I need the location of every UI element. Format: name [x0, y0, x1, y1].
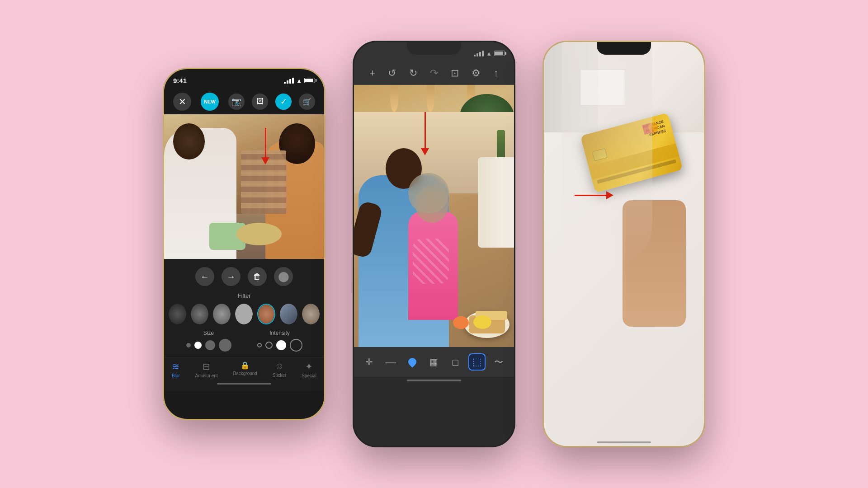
- bottom-tabs: ≋ Blur ⊟ Adjustment 🔒 Background ☺ Stick…: [164, 357, 324, 380]
- sticker-icon: ☺: [275, 361, 284, 371]
- eraser-tool[interactable]: ◻: [447, 353, 464, 371]
- special-icon: ✦: [305, 361, 313, 372]
- intensity-dot-3[interactable]: [276, 340, 286, 350]
- blur-icon: ≋: [172, 361, 179, 372]
- phone-2: ▲ + ↺ ↻ ↷ ⊡ ⚙ ↑: [353, 41, 515, 447]
- tab-adjustment[interactable]: ⊟ Adjustment: [195, 361, 218, 378]
- filter-4[interactable]: [235, 304, 253, 324]
- intensity-dot-1[interactable]: [257, 343, 262, 347]
- home-bar-1: [217, 383, 271, 385]
- photo-area-2: [354, 85, 514, 347]
- tab-special[interactable]: ✦ Special: [302, 361, 316, 378]
- droplet-tool[interactable]: [404, 353, 421, 371]
- new-button[interactable]: NEW: [201, 93, 219, 111]
- tab-blur-label: Blur: [172, 373, 180, 378]
- notch-1: [217, 69, 271, 82]
- red-arrow-1: [261, 128, 269, 164]
- tab-special-label: Special: [302, 373, 316, 378]
- pendant-1: [390, 85, 398, 112]
- size-dot-1[interactable]: [186, 343, 191, 347]
- filter-2[interactable]: [191, 304, 208, 324]
- minus-tool[interactable]: —: [382, 353, 400, 371]
- crop-icon[interactable]: ⊡: [451, 67, 459, 79]
- intensity-dot-4[interactable]: [290, 339, 302, 352]
- intensity-label: Intensity: [269, 330, 290, 336]
- filter-row: [164, 302, 324, 326]
- redo-icon[interactable]: ↻: [409, 67, 417, 79]
- add-icon[interactable]: +: [369, 67, 375, 79]
- scene-2: [354, 85, 514, 347]
- grid-tool[interactable]: ▦: [425, 353, 443, 371]
- size-dot-3[interactable]: [205, 340, 215, 350]
- filter-5-selected[interactable]: [257, 304, 275, 324]
- signal-icon: [284, 78, 294, 84]
- pendant-2: [426, 85, 434, 112]
- phone-3: AIRFRANCEAMERICANEXPRESS: [542, 41, 705, 447]
- face-blur-child: [408, 173, 449, 214]
- signal-icon-2: [474, 51, 484, 56]
- counter-right: [478, 157, 514, 248]
- scene-3: AIRFRANCEAMERICANEXPRESS: [544, 42, 704, 446]
- intensity-circles: [257, 339, 302, 352]
- more-btn[interactable]: ⬤: [274, 267, 293, 286]
- close-button[interactable]: ✕: [173, 93, 191, 111]
- red-arrow-3: [575, 191, 613, 199]
- scene-1: [164, 114, 324, 259]
- size-intensity-row: Size Intensity: [164, 326, 324, 355]
- top-toolbar-1: ✕ NEW 📷 🖼 ✓ 🛒: [164, 89, 324, 114]
- battery-icon-2: [494, 51, 505, 56]
- tab-blur[interactable]: ≋ Blur: [172, 361, 180, 378]
- gallery-button[interactable]: 🖼: [252, 94, 268, 110]
- tab-background[interactable]: 🔒 Background: [233, 361, 257, 378]
- redo2-icon[interactable]: ↷: [430, 67, 438, 79]
- filter-1[interactable]: [169, 304, 186, 324]
- blur-panel: ← → 🗑 ⬤ Filter: [164, 259, 324, 391]
- red-arrow-2: [421, 112, 429, 155]
- back-btn[interactable]: ←: [195, 267, 214, 286]
- forward-btn[interactable]: →: [222, 267, 241, 286]
- person-left-head: [173, 123, 205, 160]
- home-bar-3: [597, 441, 651, 443]
- share-icon[interactable]: ↑: [494, 67, 499, 79]
- move-tool[interactable]: ✛: [361, 353, 378, 371]
- trash-btn[interactable]: 🗑: [248, 267, 267, 286]
- tab-sticker-label: Sticker: [273, 373, 287, 378]
- size-group: Size: [186, 330, 231, 352]
- status-icons-1: ▲: [284, 77, 315, 84]
- phone-1: 9:41 ▲ ✕ NEW 📷 🖼 ✓ 🛒: [163, 68, 326, 420]
- size-circles: [186, 339, 231, 352]
- selection-tool[interactable]: ⬚: [468, 353, 486, 371]
- battery-icon-1: [304, 78, 315, 83]
- top-toolbar-2: + ↺ ↻ ↷ ⊡ ⚙ ↑: [354, 62, 514, 85]
- wifi-icon: ▲: [296, 77, 302, 84]
- cake: [236, 223, 282, 245]
- background-icon: 🔒: [241, 361, 250, 370]
- tab-background-label: Background: [233, 371, 257, 376]
- undo-icon[interactable]: ↺: [388, 67, 396, 79]
- tab-adjustment-label: Adjustment: [195, 373, 218, 378]
- notch-3: [597, 42, 651, 55]
- intensity-group: Intensity: [257, 330, 302, 352]
- filter-6[interactable]: [280, 304, 297, 324]
- tab-sticker[interactable]: ☺ Sticker: [273, 361, 287, 378]
- toolbar-right: 📷 🖼 ✓ 🛒: [228, 94, 315, 110]
- notch-2: [407, 42, 461, 55]
- photo-area-1: [164, 114, 324, 259]
- window: [580, 69, 625, 105]
- phone-3-content: AIRFRANCEAMERICANEXPRESS: [544, 42, 704, 446]
- camera-button[interactable]: 📷: [228, 94, 245, 110]
- wifi-icon-2: ▲: [486, 50, 492, 57]
- wave-tool[interactable]: 〜: [490, 353, 507, 371]
- filter-7[interactable]: [302, 304, 320, 324]
- fruit-1: [473, 315, 491, 329]
- size-dot-4[interactable]: [219, 339, 231, 352]
- status-time-1: 9:41: [173, 77, 187, 84]
- check-button[interactable]: ✓: [275, 94, 292, 110]
- cart-button[interactable]: 🛒: [299, 94, 315, 110]
- settings-icon[interactable]: ⚙: [472, 67, 481, 79]
- size-label: Size: [203, 330, 214, 336]
- filter-3[interactable]: [213, 304, 231, 324]
- intensity-dot-2[interactable]: [265, 342, 273, 349]
- bottom-toolbar-2: ✛ — ▦ ◻ ⬚ 〜: [354, 347, 514, 377]
- size-dot-2[interactable]: [194, 342, 202, 349]
